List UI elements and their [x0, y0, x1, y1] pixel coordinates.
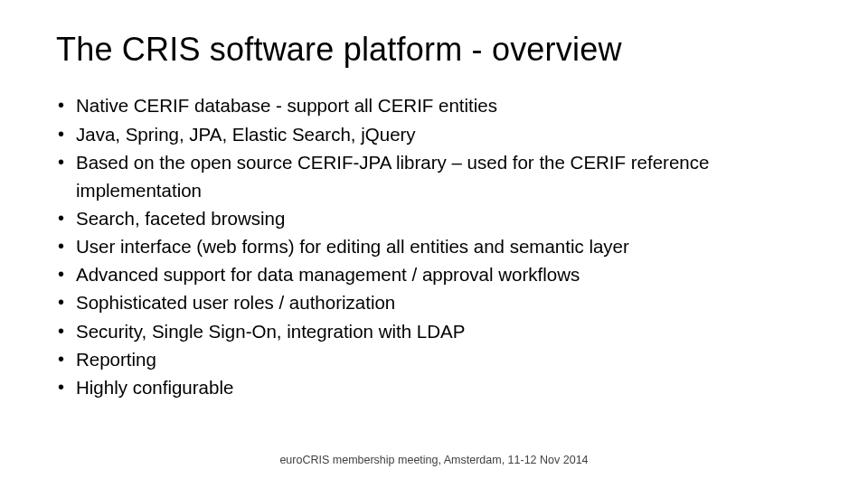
- list-item: Search, faceted browsing: [56, 204, 812, 232]
- list-item: Reporting: [56, 345, 812, 373]
- list-item: User interface (web forms) for editing a…: [56, 232, 812, 260]
- slide: The CRIS software platform - overview Na…: [0, 0, 868, 488]
- list-item: Security, Single Sign-On, integration wi…: [56, 317, 812, 345]
- list-item: Based on the open source CERIF-JPA libra…: [56, 148, 812, 204]
- slide-title: The CRIS software platform - overview: [56, 31, 812, 68]
- bullet-list: Native CERIF database - support all CERI…: [56, 91, 812, 401]
- list-item: Sophisticated user roles / authorization: [56, 288, 812, 316]
- list-item: Highly configurable: [56, 373, 812, 401]
- list-item: Advanced support for data management / a…: [56, 260, 812, 288]
- slide-footer: euroCRIS membership meeting, Amsterdam, …: [0, 454, 868, 466]
- list-item: Native CERIF database - support all CERI…: [56, 91, 812, 119]
- list-item: Java, Spring, JPA, Elastic Search, jQuer…: [56, 120, 812, 148]
